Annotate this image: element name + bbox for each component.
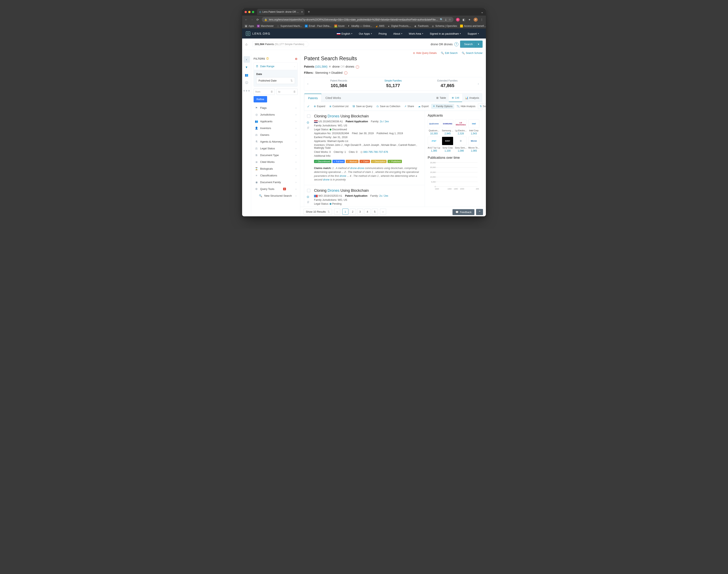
minimize-window-icon[interactable] xyxy=(248,11,251,13)
applicant-cell[interactable]: 🏛 Sony Sem... 1,086 xyxy=(455,137,467,152)
expand-result-icon[interactable]: ⊙ xyxy=(307,121,309,124)
back-button[interactable]: ← xyxy=(245,18,248,21)
info-tag[interactable]: ✓ Description xyxy=(371,160,387,163)
bookmark-item[interactable]: FIdeaflip — Online... xyxy=(347,25,372,28)
help-icon[interactable]: ? xyxy=(454,42,459,46)
hide-analysis-button[interactable]: 📉Hide Analysis xyxy=(455,104,477,109)
export-button[interactable]: ☁Export xyxy=(417,104,430,109)
close-tab-icon[interactable]: × xyxy=(301,10,303,13)
date-range-toggle[interactable]: 🗓 Date Range ⌄ xyxy=(254,63,297,70)
nav-work-area[interactable]: Work Area▾ xyxy=(405,29,426,38)
facet-document-family[interactable]: ◉Document Family› xyxy=(254,179,298,186)
select-all-checkbox[interactable]: ✓ xyxy=(305,105,311,108)
address-bar[interactable]: 🔒 lens.org/lens/search/patent/list?q=dro… xyxy=(262,17,454,22)
facet-biologicals[interactable]: ⌛Biologicals› xyxy=(254,165,298,172)
sort-button[interactable]: ⇅Sort by Relevance xyxy=(478,104,486,109)
save-collection-button[interactable]: 🗀Save as Collection xyxy=(375,104,402,109)
bookmark-item[interactable]: ◌Supervised Machi... xyxy=(276,25,302,28)
view-table-button[interactable]: ⊞Table xyxy=(433,94,449,102)
stats-next-button[interactable]: › xyxy=(475,82,482,86)
page-number-button[interactable]: 2 xyxy=(350,209,356,215)
nav-apps[interactable]: Our Apps▾ xyxy=(356,29,375,38)
edit-search-link[interactable]: 🔍Edit Search xyxy=(441,52,458,54)
close-window-icon[interactable] xyxy=(245,11,247,13)
applicant-cell[interactable]: SAMSUNG Samsung ... 2,945 xyxy=(442,119,453,135)
result-checkbox[interactable] xyxy=(307,189,310,192)
extension-icon-2[interactable]: ◧ xyxy=(462,18,465,21)
forward-button[interactable]: → xyxy=(250,18,254,21)
applicant-cell[interactable]: Qualcomm Qualcom... 10,393 xyxy=(428,119,440,135)
extensions-icon[interactable]: ✦ xyxy=(468,18,471,21)
browser-tab[interactable]: ◎ Lens Patent Search: drone OR ... × xyxy=(257,9,304,15)
page-number-button[interactable]: 5 xyxy=(372,209,378,215)
bookmark-item[interactable]: ⚡Access and benefi... xyxy=(460,25,486,28)
result-checkbox[interactable] xyxy=(307,115,310,118)
feedback-button[interactable]: 💬Feedback xyxy=(453,209,474,215)
facet-applicants[interactable]: 👥Applicants› xyxy=(254,118,298,125)
bookmark-item[interactable]: ⊞Azure xyxy=(334,25,345,28)
scroll-to-top-button[interactable]: ⌃ xyxy=(476,209,483,215)
zoom-icon[interactable]: 🔍 xyxy=(440,18,443,21)
page-prev-button[interactable]: ‹ xyxy=(334,209,340,215)
rail-info-button[interactable]: ⓘ xyxy=(243,80,250,86)
facet-query-tools[interactable]: ⚙Query Tools1› xyxy=(254,186,298,192)
install-icon[interactable]: ⤓ xyxy=(445,18,447,21)
tab-patents[interactable]: Patents xyxy=(304,94,322,102)
bookmark-item[interactable]: ◎Schema | OpenAlex xyxy=(431,25,457,28)
facet-document-type[interactable]: 🗎Document Type› xyxy=(254,152,298,159)
page-number-button[interactable]: 1 xyxy=(342,209,348,215)
remove-filter-icon[interactable]: − xyxy=(344,71,347,75)
facet-legal-status[interactable]: ⚖Legal Status› xyxy=(254,145,298,152)
maximize-window-icon[interactable] xyxy=(252,11,254,13)
save-query-button[interactable]: 🖫Save as Query xyxy=(351,104,374,109)
page-number-button[interactable]: 3 xyxy=(357,209,363,215)
info-tag[interactable]: ✓ Published xyxy=(388,160,402,163)
stat-cell[interactable]: Extended Families47,865 xyxy=(420,77,475,90)
applicant-cell[interactable]: LG Electronics Lg Electro... 2,328 xyxy=(455,119,467,135)
applicant-cell[interactable]: Micron Micron Te... 1,065 xyxy=(468,137,479,152)
info-tag[interactable]: ✓ Abstract xyxy=(346,160,358,163)
refine-button[interactable]: Refine xyxy=(254,96,267,102)
profile-avatar[interactable]: P xyxy=(474,17,478,22)
search-dropdown-icon[interactable]: ▾ xyxy=(476,41,481,47)
family-link[interactable]: 2s / 2ex xyxy=(379,194,388,197)
nav-support[interactable]: Support▾ xyxy=(464,29,482,38)
lens-id-link[interactable]: 080-795-780-707-676 xyxy=(363,151,388,154)
bookmark-item[interactable]: ◐Fasthosts xyxy=(414,25,429,28)
share-button[interactable]: ↗Share xyxy=(403,104,416,109)
family-link[interactable]: 2s / 2ex xyxy=(380,120,389,123)
result-title[interactable]: Cloning Drones Using Blockchain xyxy=(314,189,421,193)
rail-collapse-button[interactable]: ‹ xyxy=(243,56,250,63)
info-icon[interactable]: ⓘ xyxy=(266,57,269,60)
bookmark-item[interactable]: ✉Email - Paul Oldha... xyxy=(305,25,331,28)
rail-users-button[interactable]: 👥 xyxy=(243,72,250,78)
rail-filters-button[interactable]: ▼ xyxy=(243,64,250,71)
breadcrumb-item[interactable]: 101,584 Patents (51,177 Simple Families) xyxy=(252,41,307,47)
date-from-input[interactable]: from🗓 xyxy=(254,89,275,95)
info-tag[interactable]: ✓ Claim xyxy=(359,160,370,163)
expand-button[interactable]: ⊕Expand xyxy=(312,104,327,109)
facet-flags[interactable]: ⚑Flags› xyxy=(254,105,298,111)
bookmark-item[interactable]: MManchester xyxy=(257,25,274,28)
lens-logo[interactable]: LENS.ORG xyxy=(246,31,270,36)
search-scholar-link[interactable]: 🔍Search Scholar xyxy=(462,52,483,54)
applicant-cell[interactable]: intel Intel Corp 1,543 xyxy=(468,119,479,135)
rail-more-button[interactable]: ∘∘∘ xyxy=(243,87,250,94)
facet-owners[interactable]: ⚖Owners› xyxy=(254,131,298,138)
facet-new-structured-search[interactable]: 🔍New Structured Search› xyxy=(254,192,298,199)
applicant-cell[interactable]: AT&T At & T Ip I Lp 1,385 xyxy=(428,137,440,152)
nav-about[interactable]: About▾ xyxy=(390,29,405,38)
customise-button[interactable]: ≣Customise List xyxy=(328,104,350,109)
result-title[interactable]: Cloning Drones Using Blockchain xyxy=(314,114,421,118)
results-per-page-select[interactable]: Show 10 Results ⇅ xyxy=(304,209,332,215)
date-type-select[interactable]: Published Date ⇅ xyxy=(256,77,295,84)
info-tag[interactable]: ✓ Full text xyxy=(333,160,345,163)
facet-jurisdictions[interactable]: ◎Jurisdictions› xyxy=(254,111,298,118)
clear-filters-button[interactable]: ⊖ xyxy=(295,57,298,60)
facet-classifications[interactable]: ≡Classifications› xyxy=(254,172,298,179)
page-number-button[interactable]: 4 xyxy=(365,209,371,215)
family-options-button[interactable]: ⚘Family Options xyxy=(431,104,454,109)
applicant-cell[interactable]: SONY Sony Corp 1,100 xyxy=(442,137,453,152)
bookmark-item[interactable]: ●Digital Products,... xyxy=(387,25,411,28)
info-tag[interactable]: ✓ Discontinued xyxy=(314,160,332,163)
